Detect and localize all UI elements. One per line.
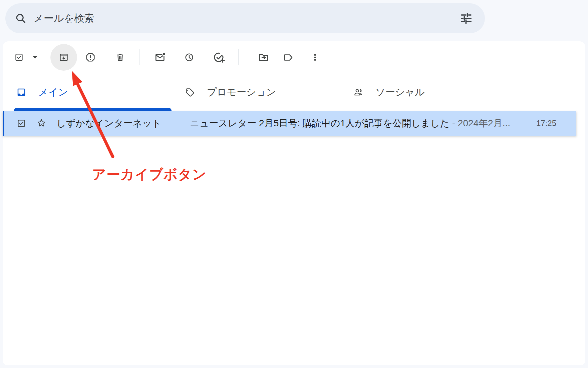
more-options-button[interactable] — [306, 48, 324, 67]
tab-promotions-label: プロモーション — [207, 86, 276, 99]
tab-primary-label: メイン — [38, 86, 68, 99]
tag-icon — [185, 87, 195, 97]
tab-social[interactable]: ソーシャル — [345, 73, 514, 111]
tune-filter-icon[interactable] — [457, 9, 476, 28]
search-icon[interactable] — [15, 12, 33, 25]
row-checkbox[interactable] — [17, 119, 26, 128]
inbox-icon — [16, 87, 26, 97]
report-spam-button[interactable] — [81, 48, 100, 67]
move-to-button[interactable] — [254, 48, 273, 67]
active-tab-indicator — [14, 108, 172, 111]
mail-list-card: メイン プロモーション ソーシャル — [3, 41, 585, 365]
selection-toolbar — [3, 41, 585, 73]
people-icon — [353, 87, 363, 97]
toolbar-divider — [139, 49, 140, 65]
email-row[interactable]: しずかなインターネット ニュースレター 2月5日号: 購読中の1人が記事を公開し… — [3, 111, 576, 136]
star-icon[interactable] — [36, 118, 47, 129]
email-sender: しずかなインターネット — [56, 117, 190, 130]
subject-snippet-separator: - — [452, 118, 458, 128]
search-input[interactable] — [33, 13, 457, 24]
tab-promotions[interactable]: プロモーション — [177, 73, 345, 111]
toolbar-divider — [238, 49, 239, 65]
archive-button[interactable] — [50, 44, 77, 71]
category-tabs: メイン プロモーション ソーシャル — [3, 73, 585, 111]
select-dropdown-icon[interactable] — [31, 55, 39, 60]
email-subject: ニュースレター 2月5日号: 購読中の1人が記事を公開しました — [190, 118, 450, 128]
tab-primary[interactable]: メイン — [8, 73, 177, 111]
select-all-checkbox[interactable] — [15, 53, 23, 62]
snooze-button[interactable] — [180, 48, 199, 67]
delete-button[interactable] — [111, 48, 129, 67]
mark-unread-button[interactable] — [151, 48, 170, 67]
email-subject-snippet: ニュースレター 2月5日号: 購読中の1人が記事を公開しました - 2024年2… — [190, 117, 528, 130]
header — [0, 0, 588, 37]
tab-social-label: ソーシャル — [375, 86, 425, 99]
gmail-inbox-page: { "search": { "placeholder": "メールを検索" },… — [0, 0, 588, 368]
search-bar[interactable] — [5, 3, 485, 33]
annotation-label: アーカイブボタン — [92, 165, 207, 184]
labels-button[interactable] — [279, 48, 297, 67]
email-time: 17:25 — [536, 119, 556, 128]
email-snippet: 2024年2月... — [458, 118, 510, 128]
add-to-tasks-button[interactable] — [210, 48, 229, 67]
